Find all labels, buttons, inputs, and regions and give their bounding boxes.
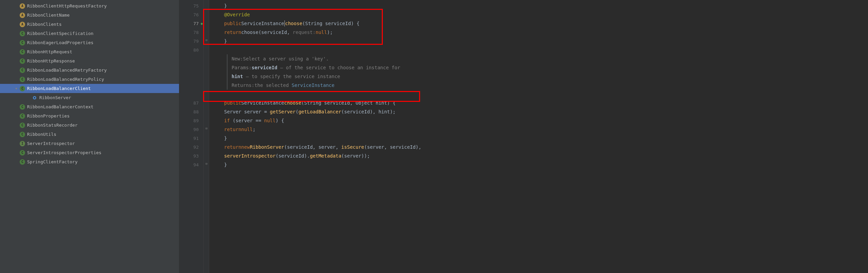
tree-item-ribbonloadbalancedretrypolicy[interactable]: CRibbonLoadBalancedRetryPolicy xyxy=(0,75,179,84)
gutter-line[interactable]: 87 xyxy=(179,98,203,107)
tree-arrow-icon[interactable] xyxy=(26,95,31,101)
tree-arrow-icon[interactable] xyxy=(14,132,19,137)
gutter-line[interactable]: 78 xyxy=(179,28,203,37)
class-icon: C xyxy=(20,86,25,91)
gutter-line[interactable]: 88 xyxy=(179,107,203,116)
code-line: } xyxy=(224,1,868,10)
doc-line: Returns: the selected ServiceInstance xyxy=(232,81,868,90)
tree-label: RibbonUtils xyxy=(27,132,56,137)
class-icon: C xyxy=(20,68,25,73)
code-editor[interactable]: 757677●↑7879808788899091929394 ⊟ ⊟ ⊟ } @… xyxy=(179,0,868,273)
class-icon: C xyxy=(20,159,25,165)
tree-arrow-icon[interactable] xyxy=(14,77,19,82)
code-line: return choose(serviceId, request: null); xyxy=(224,28,868,37)
tree-label: ServerIntrospector xyxy=(27,141,75,146)
tree-label: RibbonLoadBalancerContext xyxy=(27,104,94,109)
tree-arrow-icon[interactable] xyxy=(14,13,19,18)
line-gutter: 757677●↑7879808788899091929394 xyxy=(179,0,204,273)
tree-item-ribbonclienthttprequestfactory[interactable]: ARibbonClientHttpRequestFactory xyxy=(0,1,179,11)
tree-item-serverintrospectorproperties[interactable]: CServerIntrospectorProperties xyxy=(0,148,179,157)
tree-label: RibbonStatsRecorder xyxy=(27,123,78,128)
tree-item-ribbonloadbalancedretryfactory[interactable]: CRibbonLoadBalancedRetryFactory xyxy=(0,66,179,75)
gutter-line[interactable] xyxy=(179,54,203,63)
tree-item-ribbonclients[interactable]: ARibbonClients xyxy=(0,20,179,29)
tree-item-ribboneagerloadproperties[interactable]: CRibbonEagerLoadProperties xyxy=(0,38,179,47)
tree-arrow-icon[interactable] xyxy=(14,104,19,110)
class-icon: C xyxy=(20,40,25,46)
tree-item-ribbonserver[interactable]: RibbonServer xyxy=(0,93,179,102)
class-icon: A xyxy=(20,13,25,18)
tree-item-ribbonclientspecification[interactable]: CRibbonClientSpecification xyxy=(0,29,179,38)
code-line: } xyxy=(224,37,868,46)
code-line: if (server == null) { xyxy=(224,116,868,125)
code-line: } xyxy=(224,160,868,169)
class-icon: C xyxy=(20,113,25,119)
tree-item-ribbonproperties[interactable]: CRibbonProperties xyxy=(0,111,179,121)
tree-arrow-icon[interactable] xyxy=(14,31,19,36)
tree-item-ribbonclientname[interactable]: ARibbonClientName xyxy=(0,11,179,20)
tree-item-ribbonloadbalancercontext[interactable]: CRibbonLoadBalancerContext xyxy=(0,102,179,111)
gutter-line[interactable]: 80 xyxy=(179,46,203,54)
class-icon: C xyxy=(20,123,25,128)
tree-arrow-icon[interactable] xyxy=(14,22,19,27)
gutter-line[interactable]: 79 xyxy=(179,37,203,46)
fold-icon[interactable]: ⊟ xyxy=(204,162,209,166)
tree-arrow-icon[interactable] xyxy=(14,40,19,46)
tree-label: RibbonEagerLoadProperties xyxy=(27,40,94,45)
tree-arrow-icon[interactable] xyxy=(14,141,19,146)
class-icon: C xyxy=(20,104,25,110)
gutter-line[interactable]: 77●↑ xyxy=(179,19,203,28)
project-tree[interactable]: ARibbonClientHttpRequestFactoryARibbonCl… xyxy=(0,0,179,273)
class-icon: A xyxy=(20,3,25,9)
gutter-line[interactable] xyxy=(179,63,203,72)
fold-icon[interactable]: ⊟ xyxy=(204,38,209,42)
gutter-line[interactable]: 92 xyxy=(179,143,203,151)
tree-arrow-icon[interactable] xyxy=(14,150,19,156)
gutter-line[interactable] xyxy=(179,72,203,81)
tree-arrow-icon[interactable] xyxy=(14,159,19,165)
tree-item-serverintrospector[interactable]: IServerIntrospector xyxy=(0,139,179,148)
tree-label: ServerIntrospectorProperties xyxy=(27,150,101,155)
tree-arrow-icon[interactable] xyxy=(14,86,19,91)
tree-label: SpringClientFactory xyxy=(27,159,78,164)
tree-item-ribbonstatsrecorder[interactable]: CRibbonStatsRecorder xyxy=(0,121,179,130)
tree-label: RibbonProperties xyxy=(27,113,70,119)
tree-item-springclientfactory[interactable]: CSpringClientFactory xyxy=(0,157,179,166)
class-icon: C xyxy=(20,58,25,64)
tree-arrow-icon[interactable] xyxy=(14,123,19,128)
code-area[interactable]: } @Override public ServiceInstance choos… xyxy=(209,0,868,273)
tree-item-ribbonhttpresponse[interactable]: CRibbonHttpResponse xyxy=(0,56,179,66)
tree-item-ribbonhttprequest[interactable]: CRibbonHttpRequest xyxy=(0,47,179,56)
gutter-line[interactable]: 75 xyxy=(179,1,203,10)
tree-label: RibbonClientName xyxy=(27,13,70,18)
gutter-line[interactable] xyxy=(179,90,203,98)
tree-arrow-icon[interactable] xyxy=(14,49,19,55)
code-line: } xyxy=(224,134,868,143)
tree-arrow-icon[interactable] xyxy=(14,113,19,119)
tree-item-ribbonloadbalancerclient[interactable]: CRibbonLoadBalancerClient xyxy=(0,84,179,93)
code-line: @Override xyxy=(224,10,868,19)
fold-icon[interactable]: ⊟ xyxy=(204,126,209,130)
code-line: public ServiceInstance choose(String ser… xyxy=(224,98,868,107)
code-line: return null; xyxy=(224,125,868,134)
gutter-line[interactable] xyxy=(179,81,203,90)
tree-arrow-icon[interactable] xyxy=(14,68,19,73)
class-icon: C xyxy=(20,132,25,137)
gutter-line[interactable]: 91 xyxy=(179,134,203,143)
gutter-line[interactable]: 90 xyxy=(179,125,203,134)
tree-arrow-icon[interactable] xyxy=(14,58,19,64)
tree-label: RibbonClients xyxy=(27,22,62,27)
tree-label: RibbonLoadBalancerClient xyxy=(27,86,91,91)
tree-item-ribbonutils[interactable]: CRibbonUtils xyxy=(0,130,179,139)
svg-point-1 xyxy=(34,97,35,98)
class-icon: C xyxy=(20,49,25,55)
gutter-line[interactable]: 76 xyxy=(179,10,203,19)
gutter-line[interactable]: 94 xyxy=(179,160,203,169)
code-line: return new RibbonServer(serviceId, serve… xyxy=(224,143,868,151)
tree-label: RibbonHttpRequest xyxy=(27,49,72,54)
code-line: public ServiceInstance choose(String ser… xyxy=(224,19,868,28)
tree-label: RibbonClientSpecification xyxy=(27,31,94,36)
gutter-line[interactable]: 93 xyxy=(179,151,203,160)
tree-arrow-icon[interactable] xyxy=(14,3,19,9)
gutter-line[interactable]: 89 xyxy=(179,116,203,125)
